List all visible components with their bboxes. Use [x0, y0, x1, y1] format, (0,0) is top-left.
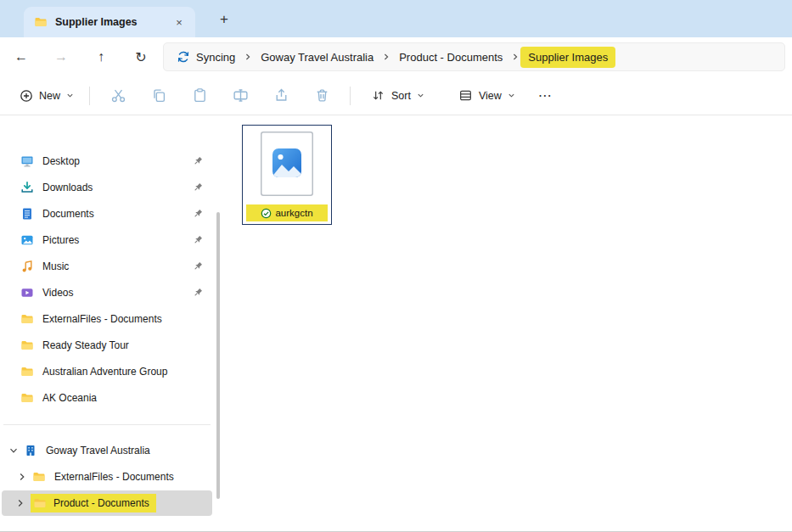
chevron-right-icon[interactable]: [17, 472, 27, 482]
folder-icon: [20, 391, 34, 405]
sidebar-item-label: AK Oceania: [42, 392, 97, 404]
sidebar-item-goway-travel-australia[interactable]: Goway Travel Australia: [3, 438, 211, 463]
image-file-icon: [261, 132, 313, 196]
new-tab-button[interactable]: +: [212, 8, 236, 31]
sort-icon: [371, 88, 385, 103]
view-button[interactable]: View: [451, 82, 523, 109]
pin-icon: [192, 155, 204, 167]
paste-button[interactable]: [183, 81, 216, 110]
sidebar-item-label: Ready Steady Tour: [42, 339, 129, 351]
tab-close-icon[interactable]: ×: [170, 13, 188, 31]
folder-icon: [20, 339, 34, 352]
sidebar-item-label: ExternalFiles - Documents: [42, 313, 162, 325]
refresh-icon[interactable]: ↻: [126, 42, 155, 71]
file-item[interactable]: aurkgctn: [242, 125, 332, 225]
music-icon: [20, 260, 34, 273]
navigation-row: ← → ↑ ↻ Syncing Goway Travel Australia P…: [0, 37, 792, 76]
pin-icon: [192, 234, 204, 246]
sort-button-label: Sort: [391, 90, 411, 102]
delete-button[interactable]: [305, 81, 339, 110]
forward-icon[interactable]: →: [47, 42, 76, 71]
more-options-button[interactable]: ⋯: [538, 87, 553, 104]
chevron-down-icon[interactable]: [8, 445, 19, 456]
toolbar-divider: [350, 87, 351, 105]
folder-icon: [32, 470, 46, 484]
sidebar-item-australian-adventure-group[interactable]: Australian Adventure Group: [3, 359, 211, 384]
chevron-right-icon[interactable]: [15, 498, 25, 508]
cut-button[interactable]: [101, 81, 135, 110]
address-bar[interactable]: Syncing Goway Travel Australia Product -…: [163, 42, 785, 71]
file-name: aurkgctn: [246, 204, 328, 221]
share-button[interactable]: [264, 81, 298, 110]
sidebar-item-ak-oceania[interactable]: AK Oceania: [3, 385, 211, 411]
videos-icon: [20, 286, 34, 300]
downloads-icon: [20, 181, 34, 194]
sidebar-item-label: Desktop: [42, 155, 80, 167]
chevron-down-icon: [66, 90, 74, 102]
breadcrumb-sync-status[interactable]: Syncing: [169, 46, 243, 68]
folder-icon: [33, 496, 47, 510]
folder-icon: [20, 312, 34, 326]
documents-icon: [20, 207, 34, 221]
chevron-right-icon: [510, 53, 520, 61]
sidebar-item-tree-product-documents[interactable]: Product - Documents: [2, 490, 212, 516]
sidebar-item-downloads[interactable]: Downloads: [3, 175, 211, 200]
breadcrumb-item-goway-travel-australia[interactable]: Goway Travel Australia: [253, 47, 381, 68]
up-icon[interactable]: ↑: [87, 42, 115, 71]
pin-icon: [192, 182, 204, 193]
organization-site-icon: [24, 444, 37, 457]
chevron-down-icon: [508, 90, 515, 102]
back-icon[interactable]: ←: [7, 42, 36, 71]
file-name-text: aurkgctn: [275, 208, 312, 218]
sidebar-item-ready-steady-tour[interactable]: Ready Steady Tour: [3, 333, 211, 358]
sidebar-item-label: ExternalFiles - Documents: [54, 471, 174, 483]
sidebar-scrollbar[interactable]: [216, 212, 220, 499]
pin-icon: [192, 208, 204, 220]
breadcrumb-sync-label: Syncing: [196, 51, 235, 64]
pin-icon: [192, 287, 204, 299]
command-bar: New Sort: [0, 76, 792, 115]
tab-bar: Supplier Images × +: [0, 0, 792, 37]
sidebar-item-label: Downloads: [42, 182, 93, 193]
sidebar-item-label: Documents: [42, 208, 94, 220]
sidebar-item-tree-externalfiles-documents[interactable]: ExternalFiles - Documents: [3, 464, 211, 490]
sidebar-item-label: Music: [42, 260, 69, 272]
sidebar-item-label: Product - Documents: [53, 497, 149, 509]
pin-icon: [192, 260, 204, 272]
chevron-down-icon: [417, 90, 424, 102]
sidebar-item-videos[interactable]: Videos: [3, 280, 211, 305]
folder-icon: [20, 365, 34, 378]
breadcrumb-item-supplier-images[interactable]: Supplier Images: [520, 47, 615, 68]
sidebar-item-documents[interactable]: Documents: [3, 201, 211, 227]
sidebar-item-externalfiles-documents[interactable]: ExternalFiles - Documents: [3, 306, 211, 332]
new-button-label: New: [39, 90, 60, 102]
toolbar-divider: [89, 87, 90, 105]
sidebar-item-label: Australian Adventure Group: [42, 366, 167, 378]
navigation-pane: Desktop Downloads Documents Pictures Mus…: [0, 115, 214, 531]
view-icon: [458, 88, 473, 103]
chevron-right-icon: [243, 53, 253, 61]
new-button[interactable]: New: [12, 83, 81, 109]
breadcrumb-item-product-documents[interactable]: Product - Documents: [391, 47, 510, 68]
rename-button[interactable]: [223, 81, 257, 110]
file-explorer-window: Supplier Images × + ← → ↑ ↻ Syncing Gowa…: [0, 0, 792, 532]
desktop-icon: [20, 154, 34, 168]
plus-circle-icon: [20, 89, 33, 103]
sidebar-item-pictures[interactable]: Pictures: [3, 227, 211, 253]
copy-button[interactable]: [142, 81, 176, 110]
folder-icon: [34, 15, 48, 29]
tab-title: Supplier Images: [55, 16, 162, 28]
view-button-label: View: [479, 90, 502, 102]
highlighted-tree-item: Product - Documents: [31, 494, 156, 512]
chevron-right-icon: [381, 53, 391, 61]
file-list-area[interactable]: aurkgctn: [225, 115, 792, 531]
pictures-icon: [20, 233, 34, 247]
sidebar-item-desktop[interactable]: Desktop: [3, 148, 211, 174]
sidebar-item-music[interactable]: Music: [3, 254, 211, 279]
sync-icon: [177, 50, 190, 64]
sidebar-item-label: Goway Travel Australia: [46, 445, 150, 456]
sync-check-icon: [261, 208, 272, 219]
sort-button[interactable]: Sort: [363, 82, 432, 109]
explorer-tab[interactable]: Supplier Images ×: [24, 7, 195, 37]
sidebar-divider: [3, 424, 211, 425]
